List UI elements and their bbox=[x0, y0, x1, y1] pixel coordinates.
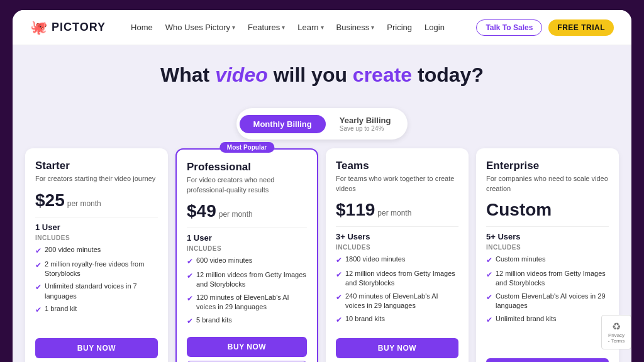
check-icon: ✔ bbox=[187, 256, 193, 267]
divider bbox=[187, 228, 307, 228]
professional-subtitle: For video creators who need professional… bbox=[187, 175, 307, 195]
enterprise-price: Custom bbox=[486, 200, 609, 220]
recaptcha-icon: ♻ bbox=[607, 321, 626, 332]
nav-business[interactable]: Business ▾ bbox=[336, 23, 375, 32]
professional-buy-button[interactable]: BUY NOW bbox=[187, 337, 307, 357]
check-icon: ✔ bbox=[187, 271, 193, 282]
hero-section: What video will you create today? bbox=[13, 45, 631, 97]
check-icon: ✔ bbox=[336, 292, 342, 303]
check-icon: ✔ bbox=[486, 255, 492, 266]
list-item: ✔Custom ElevenLab's AI voices in 29 lang… bbox=[486, 292, 609, 311]
nav-learn[interactable]: Learn ▾ bbox=[297, 23, 323, 32]
check-icon: ✔ bbox=[486, 270, 492, 280]
yearly-billing-label: Yearly Billing bbox=[340, 116, 391, 125]
teams-price: $119 bbox=[336, 200, 375, 220]
pricing-grid: Starter For creators starting their vide… bbox=[13, 148, 631, 362]
starter-users: 1 User bbox=[35, 222, 158, 232]
teams-features: ✔1800 video minutes ✔12 million videos f… bbox=[336, 255, 458, 331]
starter-subtitle: For creators starting their video journe… bbox=[35, 174, 158, 184]
monthly-billing-option[interactable]: Monthly Billing bbox=[240, 115, 326, 133]
professional-title: Professional bbox=[187, 161, 307, 173]
hero-title-create: create bbox=[353, 63, 412, 86]
teams-buy-button[interactable]: BUY NOW bbox=[336, 338, 458, 358]
teams-card: Teams For teams who work together to cre… bbox=[326, 148, 469, 362]
list-item: ✔5 brand kits bbox=[187, 315, 307, 327]
list-item: ✔12 million videos from Getty Images and… bbox=[187, 270, 307, 290]
teams-title: Teams bbox=[336, 160, 458, 172]
yearly-save-text: Save up to 24% bbox=[340, 125, 391, 132]
enterprise-subtitle: For companies who need to scale video cr… bbox=[486, 174, 609, 194]
recaptcha-badge: ♻ Privacy - Terms bbox=[601, 315, 631, 349]
professional-features: ✔600 video minutes ✔12 million videos fr… bbox=[187, 256, 307, 329]
divider bbox=[35, 217, 158, 217]
list-item: ✔12 million videos from Getty Images and… bbox=[486, 269, 609, 288]
divider bbox=[336, 226, 458, 227]
teams-users: 3+ Users bbox=[336, 232, 458, 241]
list-item: ✔12 million videos from Getty Images and… bbox=[336, 269, 458, 288]
professional-price: $49 bbox=[187, 201, 216, 221]
check-icon: ✔ bbox=[336, 315, 342, 326]
nav-links: Home Who Uses Pictory ▾ Features ▾ Learn… bbox=[131, 23, 461, 32]
check-icon: ✔ bbox=[35, 246, 42, 256]
hero-title-suffix: today? bbox=[412, 63, 484, 86]
list-item: ✔Unlimited brand kits bbox=[486, 314, 609, 326]
nav-home[interactable]: Home bbox=[131, 23, 153, 32]
yearly-billing-option[interactable]: Yearly Billing Save up to 24% bbox=[326, 111, 405, 136]
nav-who-uses[interactable]: Who Uses Pictory ▾ bbox=[165, 23, 235, 32]
professional-period: per month bbox=[219, 210, 253, 219]
chevron-down-icon: ▾ bbox=[371, 24, 374, 31]
teams-subtitle: For teams who work together to create vi… bbox=[336, 174, 458, 194]
check-icon: ✔ bbox=[187, 316, 193, 327]
check-icon: ✔ bbox=[35, 260, 42, 271]
professional-includes: INCLUDES bbox=[187, 245, 307, 252]
hero-title: What video will you create today? bbox=[25, 63, 619, 87]
professional-price-row: $49 per month bbox=[187, 201, 307, 221]
most-popular-badge: Most Popular bbox=[219, 142, 274, 153]
list-item: ✔Unlimited standard voices in 7 language… bbox=[35, 282, 158, 301]
check-icon: ✔ bbox=[35, 282, 42, 293]
professional-card: Most Popular Professional For video crea… bbox=[175, 148, 318, 362]
hero-title-middle: will you bbox=[268, 63, 353, 86]
list-item: ✔1800 video minutes bbox=[336, 255, 458, 266]
list-item: ✔120 minutes of ElevenLab's AI voices in… bbox=[187, 293, 307, 312]
enterprise-includes: INCLUDES bbox=[486, 244, 609, 251]
starter-period: per month bbox=[67, 199, 101, 208]
talk-to-sales-button[interactable]: Talk To Sales bbox=[476, 19, 542, 36]
billing-toggle: Monthly Billing Yearly Billing Save up t… bbox=[236, 108, 408, 140]
billing-toggle-wrap: Monthly Billing Yearly Billing Save up t… bbox=[13, 108, 631, 140]
check-icon: ✔ bbox=[187, 293, 193, 304]
teams-price-row: $119 per month bbox=[336, 200, 458, 220]
list-item: ✔200 video minutes bbox=[35, 245, 158, 256]
logo-text: PICTORY bbox=[52, 21, 106, 34]
free-trial-nav-button[interactable]: FREE TRIAL bbox=[548, 19, 614, 36]
navbar: 🐙 PICTORY Home Who Uses Pictory ▾ Featur… bbox=[13, 10, 631, 45]
nav-actions: Talk To Sales FREE TRIAL bbox=[476, 19, 614, 36]
enterprise-talk-button[interactable]: LET'S TALK bbox=[486, 358, 609, 362]
main-container: 🐙 PICTORY Home Who Uses Pictory ▾ Featur… bbox=[13, 10, 631, 362]
hero-title-prefix: What bbox=[160, 63, 215, 86]
list-item: ✔600 video minutes bbox=[187, 256, 307, 267]
list-item: ✔Custom minutes bbox=[486, 255, 609, 266]
list-item: ✔1 brand kit bbox=[35, 304, 158, 315]
enterprise-users: 5+ Users bbox=[486, 232, 609, 241]
starter-price: $25 bbox=[35, 190, 65, 211]
professional-users: 1 User bbox=[187, 233, 307, 243]
logo[interactable]: 🐙 PICTORY bbox=[30, 19, 106, 36]
nav-features[interactable]: Features ▾ bbox=[248, 23, 285, 32]
starter-buy-button[interactable]: BUY NOW bbox=[35, 338, 158, 358]
hero-title-video: video bbox=[215, 63, 268, 86]
divider bbox=[486, 226, 609, 227]
chevron-down-icon: ▾ bbox=[232, 24, 235, 31]
list-item: ✔10 brand kits bbox=[336, 314, 458, 326]
list-item: ✔2 million royalty-free videos from Stor… bbox=[35, 260, 158, 279]
nav-pricing[interactable]: Pricing bbox=[387, 23, 412, 32]
check-icon: ✔ bbox=[486, 315, 492, 326]
recaptcha-text: Privacy - Terms bbox=[607, 332, 626, 344]
starter-card: Starter For creators starting their vide… bbox=[25, 148, 168, 362]
starter-features: ✔200 video minutes ✔2 million royalty-fr… bbox=[35, 245, 158, 331]
enterprise-title: Enterprise bbox=[486, 160, 609, 172]
nav-login[interactable]: Login bbox=[425, 23, 445, 32]
enterprise-features: ✔Custom minutes ✔12 million videos from … bbox=[486, 255, 609, 351]
check-icon: ✔ bbox=[35, 305, 42, 315]
teams-includes: INCLUDES bbox=[336, 244, 458, 251]
